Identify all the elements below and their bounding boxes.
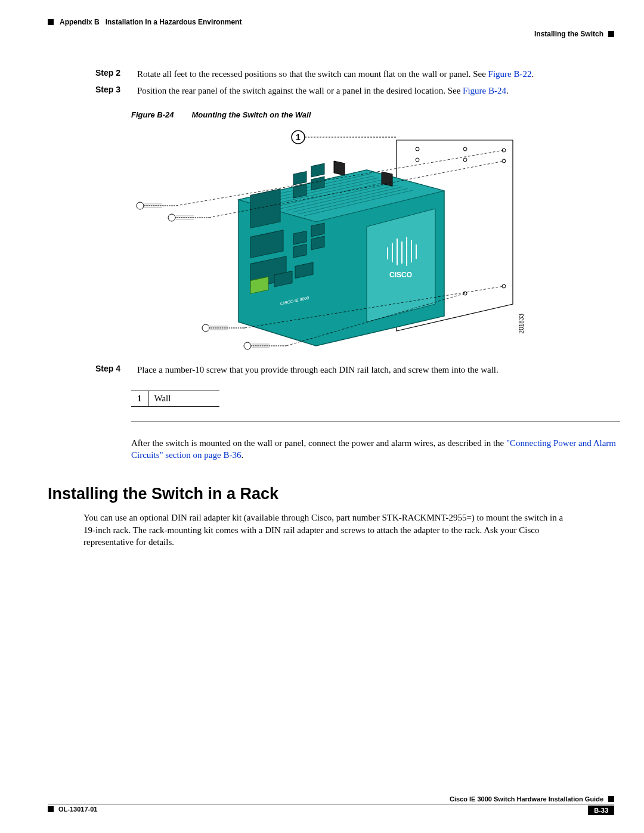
- footer-square-icon: [608, 796, 614, 802]
- step-text: Place a number-10 screw that you provide…: [137, 364, 614, 376]
- figure-b24: 1: [131, 125, 519, 352]
- step-3: Step 3 Position the rear panel of the sw…: [95, 85, 614, 97]
- step-text: Rotate all feet to the recessed position…: [137, 68, 614, 80]
- step-label: Step 2: [95, 68, 125, 80]
- body-paragraph: You can use an optional DIN rail adapter…: [83, 512, 572, 548]
- step-text: Position the rear panel of the switch ag…: [137, 85, 614, 97]
- svg-text:CISCO: CISCO: [389, 271, 412, 279]
- svg-point-0: [416, 147, 419, 151]
- page-footer: Cisco IE 3000 Switch Hardware Installati…: [48, 795, 614, 815]
- svg-marker-22: [367, 209, 435, 322]
- svg-point-51: [244, 342, 251, 349]
- header-square-icon: [608, 31, 614, 37]
- svg-point-47: [168, 214, 175, 221]
- figure-caption: Figure B-24 Mounting the Switch on the W…: [131, 110, 614, 119]
- figure-number: Figure B-24: [131, 110, 174, 119]
- figure-title: Mounting the Switch on the Wall: [192, 110, 311, 119]
- svg-rect-31: [250, 188, 280, 228]
- page-header: Appendix B Installation In a Hazardous E…: [48, 18, 614, 26]
- footer-doc-id: OL-13017-01: [58, 806, 97, 813]
- svg-point-3: [416, 158, 419, 162]
- step-2: Step 2 Rotate all feet to the recessed p…: [95, 68, 614, 80]
- callout-table: 1 Wall: [131, 391, 219, 407]
- footer-guide-title: Cisco IE 3000 Switch Hardware Installati…: [450, 795, 603, 803]
- appendix-label: Appendix B: [60, 18, 100, 26]
- appendix-title: Installation In a Hazardous Environment: [106, 18, 242, 26]
- step-label: Step 3: [95, 85, 125, 97]
- svg-rect-39: [311, 163, 324, 177]
- figure-xref[interactable]: Figure B-24: [463, 86, 506, 95]
- page-number: B-33: [588, 806, 614, 815]
- heading-2: Installing the Switch in a Rack: [48, 485, 614, 503]
- callout-text: Wall: [148, 391, 219, 406]
- svg-point-4: [463, 158, 467, 162]
- callout-1-label: 1: [296, 132, 301, 142]
- mounting-diagram: 1: [131, 125, 519, 352]
- svg-point-1: [463, 147, 467, 151]
- svg-rect-35: [293, 171, 306, 185]
- followup-paragraph: After the switch is mounted on the wall …: [131, 437, 620, 462]
- figure-xref[interactable]: Figure B-22: [488, 69, 532, 79]
- callout-num: 1: [131, 391, 148, 406]
- section-title: Installing the Switch: [534, 30, 603, 38]
- table-row: 1 Wall: [131, 391, 219, 406]
- svg-point-50: [202, 324, 209, 332]
- step-4: Step 4 Place a number-10 screw that you …: [95, 364, 614, 376]
- footer-square-icon: [48, 806, 54, 812]
- header-square-icon: [48, 19, 54, 25]
- page-subheader: Installing the Switch: [48, 30, 614, 38]
- step-label: Step 4: [95, 364, 125, 376]
- procedure-end-rule: [131, 422, 620, 422]
- svg-point-46: [137, 202, 144, 209]
- figure-id: 201833: [518, 314, 525, 333]
